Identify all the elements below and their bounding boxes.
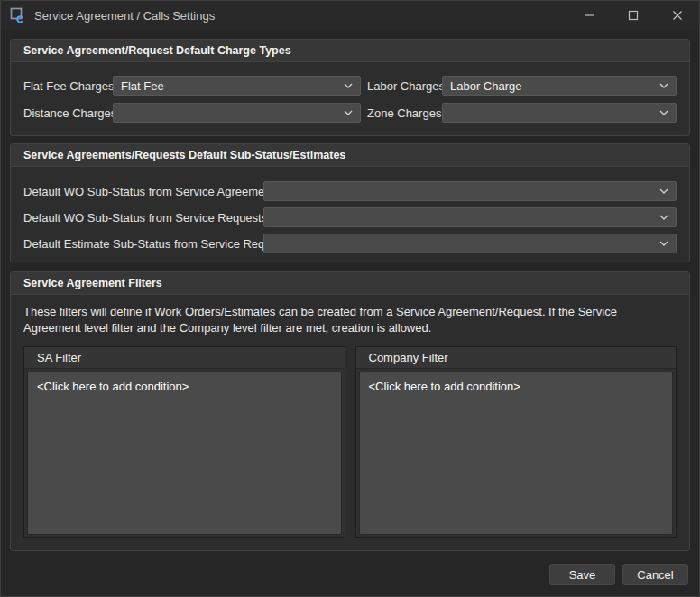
sa-filter-add-condition-link[interactable]: <Click here to add condition> xyxy=(37,380,189,393)
window-title: Service Agreement / Calls Settings xyxy=(34,9,566,23)
section-charge-types-header: Service Agreement/Request Default Charge… xyxy=(11,40,689,62)
distance-charges-select[interactable] xyxy=(113,103,361,123)
section-filters-body: These filters will define if Work Orders… xyxy=(11,295,689,551)
app-logo-icon xyxy=(10,7,26,23)
section-charge-types: Service Agreement/Request Default Charge… xyxy=(10,39,690,136)
settings-dialog: Service Agreement / Calls Settings Servi… xyxy=(0,0,700,597)
chevron-down-icon xyxy=(344,83,353,88)
flat-fee-charges-label: Flat Fee Charges: xyxy=(23,79,113,93)
company-filter-add-condition-link[interactable]: <Click here to add condition> xyxy=(369,380,520,393)
chevron-down-icon xyxy=(659,83,668,88)
wo-substatus-requests-select[interactable] xyxy=(263,207,677,227)
dialog-footer: Save Cancel xyxy=(1,551,699,597)
sa-filter-panel: SA Filter <Click here to add condition> xyxy=(23,346,345,538)
estimate-substatus-requests-select[interactable] xyxy=(263,234,677,253)
labor-charges-label: Labor Charges: xyxy=(361,79,442,93)
maximize-icon xyxy=(628,10,639,21)
zone-charges-label: Zone Charges: xyxy=(361,106,442,120)
company-filter-condition-area[interactable]: <Click here to add condition> xyxy=(359,372,674,535)
chevron-down-icon xyxy=(659,215,668,220)
section-sub-status-body: Default WO Sub-Status from Service Agree… xyxy=(11,167,689,253)
chevron-down-icon xyxy=(659,188,668,194)
save-button[interactable]: Save xyxy=(549,564,615,585)
chevron-down-icon xyxy=(344,110,353,115)
labor-charges-value: Labor Charge xyxy=(450,79,654,93)
dialog-content: Service Agreement/Request Default Charge… xyxy=(1,30,699,551)
flat-fee-charges-value: Flat Fee xyxy=(121,79,338,93)
section-sub-status: Service Agreements/Requests Default Sub-… xyxy=(10,143,690,262)
window-controls xyxy=(566,1,699,30)
cancel-button[interactable]: Cancel xyxy=(622,564,688,585)
filters-description: These filters will define if Work Orders… xyxy=(23,304,677,336)
section-filters: Service Agreement Filters These filters … xyxy=(10,271,690,551)
zone-charges-select[interactable] xyxy=(442,103,677,123)
titlebar: Service Agreement / Calls Settings xyxy=(1,1,699,30)
sa-filter-title: SA Filter xyxy=(24,347,345,369)
sa-filter-condition-area[interactable]: <Click here to add condition> xyxy=(27,372,342,535)
close-icon xyxy=(672,10,683,21)
wo-substatus-agreements-label: Default WO Sub-Status from Service Agree… xyxy=(23,185,263,198)
section-sub-status-header: Service Agreements/Requests Default Sub-… xyxy=(11,144,689,167)
chevron-down-icon xyxy=(659,241,668,246)
estimate-substatus-requests-label: Default Estimate Sub-Status from Service… xyxy=(23,237,263,251)
chevron-down-icon xyxy=(659,110,668,115)
wo-substatus-requests-label: Default WO Sub-Status from Service Reque… xyxy=(23,211,263,225)
filter-panels: SA Filter <Click here to add condition> … xyxy=(23,346,677,538)
company-filter-panel: Company Filter <Click here to add condit… xyxy=(355,346,677,538)
maximize-button[interactable] xyxy=(611,1,655,30)
minimize-button[interactable] xyxy=(566,1,611,30)
section-charge-types-body: Flat Fee Charges: Flat Fee Labor Charges… xyxy=(11,62,689,123)
minimize-icon xyxy=(584,10,594,21)
wo-substatus-agreements-select[interactable] xyxy=(263,181,677,201)
company-filter-title: Company Filter xyxy=(356,347,677,369)
close-button[interactable] xyxy=(655,1,699,30)
flat-fee-charges-select[interactable]: Flat Fee xyxy=(113,76,361,96)
section-filters-header: Service Agreement Filters xyxy=(11,272,689,295)
labor-charges-select[interactable]: Labor Charge xyxy=(442,76,677,96)
distance-charges-label: Distance Charges: xyxy=(23,106,113,120)
